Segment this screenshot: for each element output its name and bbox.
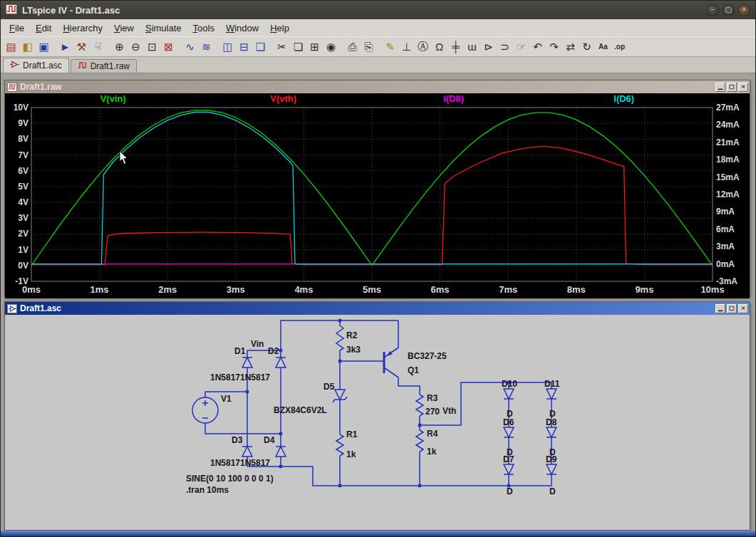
control-panel-icon[interactable]: ⚒: [73, 38, 90, 55]
label-r4-value[interactable]: 1k: [427, 447, 437, 457]
print-preview-icon[interactable]: ⎘: [361, 38, 377, 55]
inductor-icon[interactable]: ɯ: [464, 38, 480, 55]
label-d9[interactable]: D9: [546, 454, 557, 464]
diode-d9-symbol[interactable]: [547, 464, 556, 474]
label-d8[interactable]: D8: [546, 417, 557, 427]
ground-icon[interactable]: ⊥: [398, 38, 415, 55]
label-r4[interactable]: R4: [427, 429, 438, 439]
label-d3[interactable]: D3: [232, 435, 243, 445]
mirror-icon[interactable]: ⇄: [562, 38, 579, 55]
close-button[interactable]: ×: [738, 4, 750, 16]
label-d2-model[interactable]: 1N5817: [240, 372, 270, 382]
label-d7-model[interactable]: D: [507, 486, 513, 496]
move-icon[interactable]: ☞: [513, 38, 529, 55]
diode-d7-symbol[interactable]: [504, 464, 514, 474]
restore-button[interactable]: ▢: [727, 83, 737, 92]
zoom-full-icon[interactable]: ⊠: [160, 38, 177, 55]
save-icon[interactable]: ▣: [36, 38, 52, 55]
tile-horizontal-icon[interactable]: ⊟: [236, 38, 252, 55]
zoom-out-icon[interactable]: ⊖: [128, 38, 144, 55]
redo-icon[interactable]: ↷: [546, 38, 562, 55]
voltage-source-v1-symbol[interactable]: [192, 397, 218, 423]
directive-tran[interactable]: .tran 10ms: [186, 485, 229, 495]
label-r3[interactable]: R3: [427, 393, 438, 403]
net-label-vin[interactable]: Vin: [251, 339, 264, 349]
tab-draft1-asc[interactable]: Draft1.asc: [3, 58, 69, 73]
trace-label-i(d6)[interactable]: I(D6): [613, 93, 634, 104]
waveform-window-titlebar[interactable]: Draft1.raw ▁▢×: [5, 80, 750, 93]
maximize-button[interactable]: ▢: [723, 4, 735, 16]
copy-icon[interactable]: ❏: [290, 38, 306, 55]
label-r2-value[interactable]: 3k3: [346, 345, 361, 355]
label-d10[interactable]: D10: [502, 379, 517, 389]
resistor-r4-symbol[interactable]: [416, 430, 423, 452]
tile-vertical-icon[interactable]: ◫: [219, 38, 236, 55]
resistor-r3-symbol[interactable]: [416, 395, 423, 416]
diode-d2-symbol[interactable]: [276, 358, 286, 367]
label-q1[interactable]: Q1: [408, 365, 419, 375]
menu-edit[interactable]: Edit: [30, 21, 57, 36]
diode-d1-symbol[interactable]: [242, 358, 252, 367]
diode-d4-symbol[interactable]: [276, 447, 286, 457]
transistor-q1-symbol[interactable]: [384, 348, 398, 377]
cascade-icon[interactable]: ❏: [252, 38, 269, 55]
label-r2[interactable]: R2: [346, 330, 358, 340]
halt-icon[interactable]: ☟: [90, 38, 106, 55]
label-d9-model[interactable]: D: [549, 486, 556, 496]
minimize-button[interactable]: ▁: [715, 304, 725, 313]
label-d5[interactable]: D5: [323, 382, 335, 392]
trace-label-v(vth)[interactable]: V(vth): [270, 93, 296, 104]
menu-file[interactable]: File: [4, 21, 30, 36]
print-icon[interactable]: ⎙: [344, 38, 361, 55]
menu-simulate[interactable]: Simulate: [140, 21, 187, 36]
spice-directive-icon[interactable]: .op: [611, 38, 628, 55]
label-r3-value[interactable]: 270: [425, 407, 440, 417]
undo-icon[interactable]: ↶: [529, 38, 546, 55]
label-d1[interactable]: D1: [234, 346, 246, 356]
menu-hierarchy[interactable]: Hierarchy: [57, 21, 108, 36]
diode-icon[interactable]: ⊳: [480, 38, 497, 55]
label-d4-model[interactable]: 1N5817: [240, 458, 270, 468]
open-icon[interactable]: ◧: [19, 38, 36, 55]
find-icon[interactable]: ◉: [323, 38, 339, 55]
new-schematic-icon[interactable]: ▤: [3, 38, 19, 55]
resistor-r1-symbol[interactable]: [336, 434, 343, 456]
menu-window[interactable]: Window: [220, 21, 264, 36]
rotate-icon[interactable]: ↻: [579, 38, 595, 55]
label-r1-value[interactable]: 1k: [346, 449, 356, 459]
minimize-button[interactable]: ▁: [715, 83, 725, 92]
label-d2[interactable]: D2: [268, 346, 279, 356]
waveform-plot[interactable]: 0ms1ms2ms3ms4ms5ms6ms7ms8ms9ms10ms10V9V8…: [5, 93, 750, 298]
cut-icon[interactable]: ✂: [274, 38, 290, 55]
zener-d5-symbol[interactable]: [333, 390, 347, 402]
plot-pane-icon[interactable]: ≋: [198, 38, 214, 55]
label-icon[interactable]: Ⓐ: [415, 38, 431, 55]
close-button[interactable]: ×: [738, 83, 748, 92]
menu-tools[interactable]: Tools: [187, 21, 220, 36]
label-r1[interactable]: R1: [346, 429, 358, 439]
resistor-icon[interactable]: Ω: [431, 38, 447, 55]
tab-draft1-raw[interactable]: Draft1.raw: [71, 59, 137, 73]
label-d6[interactable]: D6: [503, 417, 514, 427]
label-v1[interactable]: V1: [221, 394, 232, 404]
diode-d10-symbol[interactable]: [504, 389, 514, 399]
diode-d3-symbol[interactable]: [242, 447, 252, 457]
autorange-icon[interactable]: ∿: [182, 38, 198, 55]
component-icon[interactable]: ⊃: [497, 38, 513, 55]
wire-icon[interactable]: ✎: [382, 38, 398, 55]
zoom-area-icon[interactable]: ⊡: [144, 38, 160, 55]
capacitor-icon[interactable]: ╪: [447, 38, 464, 55]
schematic-canvas[interactable]: Vin D1 D2 1N5817 1N5817 D3 D4 1N5817 1N5…: [5, 315, 750, 530]
menu-view[interactable]: View: [108, 21, 140, 36]
label-d7[interactable]: D7: [503, 454, 514, 464]
label-q1-model[interactable]: BC327-25: [408, 351, 447, 361]
schematic-window-titlebar[interactable]: Draft1.asc ▁▢×: [5, 302, 750, 315]
label-d11[interactable]: D11: [544, 379, 560, 389]
diode-d11-symbol[interactable]: [547, 389, 556, 399]
label-d1-model[interactable]: 1N5817: [210, 372, 240, 382]
label-d4[interactable]: D4: [264, 435, 275, 445]
trace-label-i(d8)[interactable]: I(D8): [443, 93, 464, 104]
net-label-vth[interactable]: Vth: [442, 406, 456, 416]
restore-button[interactable]: ▢: [727, 304, 737, 313]
diode-d6-symbol[interactable]: [504, 427, 514, 437]
